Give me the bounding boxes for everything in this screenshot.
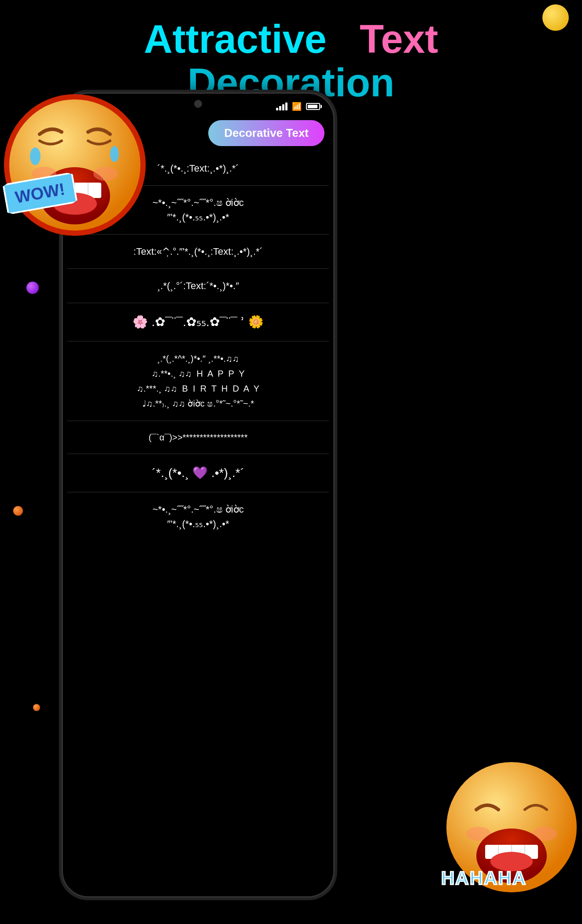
battery-icon (306, 103, 320, 110)
orange-dot-1 (13, 506, 23, 516)
list-item[interactable]: ¸.*(¸.*^*.¸)*•.″ ¸.**•.♫♫ ♫.**•.¸ ♫♫ H A… (67, 341, 329, 421)
list-item[interactable]: ~*•.¸~˝˝*°.~˝˝*°.ෂ ờiờc″'*.¸(*•.₅₅.•*)¸.… (67, 492, 329, 541)
emoji-wow: WOW! (0, 81, 150, 244)
svg-point-3 (30, 147, 41, 165)
haha-badge: HAHAHA (441, 868, 527, 889)
svg-point-12 (93, 167, 118, 181)
title-attractive: Attractive (144, 17, 327, 61)
svg-point-4 (110, 146, 119, 162)
status-icons: 📶 (276, 102, 320, 111)
list-item[interactable]: 🌸 .✿¯¨¯.✿₅₅.✿¯¨¯ ʾ 🌼 (67, 303, 329, 341)
title-text: Text (360, 17, 438, 61)
list-item[interactable]: ´*.¸(*•.¸ 💜 .•*)¸.*´ (67, 454, 329, 492)
wifi-icon: 📶 (292, 102, 302, 111)
signal-bars (276, 103, 287, 110)
emoji-haha: HAHAHA (437, 752, 582, 902)
decorative-text-button[interactable]: Decorative Text (208, 120, 324, 146)
purple-dot-1 (26, 282, 39, 294)
orange-dot-2 (33, 704, 40, 711)
camera-notch (194, 100, 202, 108)
list-item[interactable]: ¸.*(¸.°´:Text:´*•.¸)*•.″ (67, 269, 329, 303)
list-item[interactable]: (¯`α¯)>>******************* (67, 421, 329, 454)
